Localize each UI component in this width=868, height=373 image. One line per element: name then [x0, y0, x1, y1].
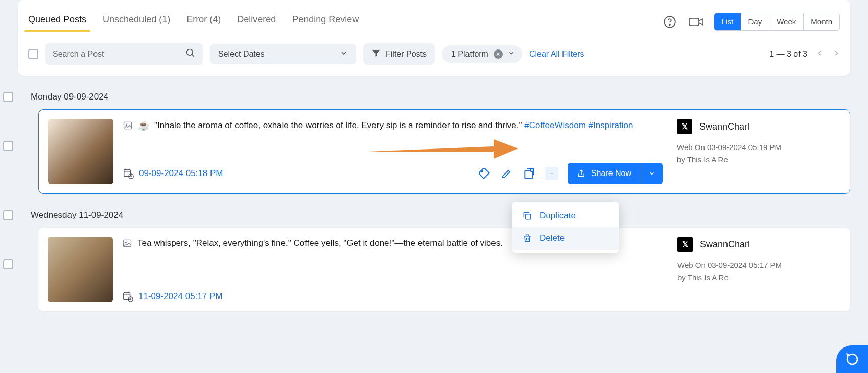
date-group-row: Wednesday 11-09-2024 — [0, 194, 850, 228]
view-list[interactable]: List — [714, 13, 741, 30]
account-name: SwannCharl — [700, 239, 750, 250]
post-card[interactable]: ☕ "Inhale the aroma of coffee, exhale th… — [38, 109, 850, 194]
share-now-button: Share Now — [568, 163, 663, 184]
post-body: ☕ "Inhale the aroma of coffee, exhale th… — [123, 119, 663, 184]
tag-icon[interactable] — [478, 167, 491, 180]
post-thumbnail — [48, 237, 113, 302]
group-checkbox[interactable] — [3, 92, 13, 102]
post-card[interactable]: Tea whispers, "Relax, everything's fine.… — [38, 228, 850, 311]
share-now-label: Share Now — [591, 169, 631, 178]
platform-filter-chip[interactable]: 1 Platform ✕ — [442, 45, 522, 63]
close-icon[interactable]: ✕ — [494, 49, 503, 59]
account-name: SwannCharl — [699, 121, 749, 132]
date-select[interactable]: Select Dates — [210, 44, 356, 64]
share-icon — [577, 169, 586, 178]
pager-prev[interactable] — [816, 49, 824, 59]
search-input[interactable] — [53, 49, 185, 59]
svg-point-3 — [187, 49, 193, 56]
svg-point-1 — [669, 24, 670, 25]
view-week[interactable]: Week — [769, 13, 804, 30]
more-options-button[interactable] — [545, 167, 558, 180]
tabs: Queued Posts Unscheduled (1) Error (4) D… — [28, 0, 359, 32]
share-now-dropdown[interactable] — [641, 163, 663, 184]
date-group-header: Monday 09-09-2024 — [20, 92, 850, 102]
post-thumbnail — [48, 119, 113, 184]
calendar-clock-icon — [123, 168, 134, 179]
share-now-main[interactable]: Share Now — [568, 163, 641, 184]
post-meta-info: Web On 03-09-2024 05:19 PM by This Is A … — [677, 141, 840, 166]
post-schedule[interactable]: 09-09-2024 05:18 PM — [123, 168, 223, 179]
dropdown-delete[interactable]: Delete — [512, 227, 619, 250]
chevron-down-icon — [648, 170, 655, 177]
video-icon[interactable] — [687, 13, 706, 31]
svg-rect-4 — [124, 122, 132, 129]
svg-point-5 — [126, 124, 127, 126]
tabs-row: Queued Posts Unscheduled (1) Error (4) D… — [28, 0, 840, 33]
search-box — [45, 43, 203, 65]
pager: 1 — 3 of 3 — [769, 49, 840, 59]
edit-icon[interactable] — [500, 167, 513, 180]
post-bottom-row: 11-09-2024 05:17 PM — [122, 282, 663, 302]
chevron-down-icon — [508, 49, 515, 59]
post-text: Tea whispers, "Relax, everything's fine.… — [137, 237, 503, 250]
svg-rect-15 — [124, 240, 131, 246]
post-hashtags: #CoffeeWisdom #Inspiration — [524, 120, 633, 130]
view-month[interactable]: Month — [804, 13, 839, 30]
post-text: "Inhale the aroma of coffee, exhale the … — [154, 119, 633, 132]
post-account: 𝕏 SwannCharl — [677, 119, 840, 134]
funnel-icon — [371, 48, 381, 60]
pager-next[interactable] — [833, 49, 840, 59]
dropdown-duplicate[interactable]: Duplicate — [512, 205, 619, 227]
tab-error[interactable]: Error (4) — [186, 14, 221, 32]
tab-unscheduled[interactable]: Unscheduled (1) — [103, 14, 170, 32]
post-meta-panel: 𝕏 SwannCharl Web On 03-09-2024 05:17 PM … — [672, 237, 841, 302]
group-checkbox[interactable] — [3, 210, 13, 220]
view-switch: List Day Week Month — [714, 13, 840, 31]
svg-rect-2 — [689, 18, 699, 26]
tab-pending-review[interactable]: Pending Review — [292, 14, 359, 32]
post-meta-panel: 𝕏 SwannCharl Web On 03-09-2024 05:19 PM … — [672, 119, 840, 184]
clear-filters-link[interactable]: Clear All Filters — [529, 49, 584, 59]
date-group-label: Wednesday 11-09-2024 — [31, 210, 123, 220]
x-platform-icon: 𝕏 — [677, 237, 693, 252]
x-platform-icon: 𝕏 — [677, 119, 692, 134]
image-icon — [122, 238, 132, 253]
calendar-clock-icon — [122, 291, 133, 302]
tab-queued-posts[interactable]: Queued Posts — [28, 14, 86, 32]
duplicate-icon — [522, 211, 532, 221]
filter-posts-button[interactable]: Filter Posts — [363, 43, 435, 65]
select-all-checkbox[interactable] — [28, 49, 38, 59]
tab-delivered[interactable]: Delivered — [237, 14, 276, 32]
more-options-dropdown: Duplicate Delete — [512, 202, 619, 253]
post-row: Tea whispers, "Relax, everything's fine.… — [0, 228, 850, 311]
svg-point-11 — [550, 173, 551, 173]
svg-point-8 — [481, 170, 483, 172]
svg-point-12 — [551, 173, 552, 173]
help-icon[interactable] — [661, 13, 679, 31]
trash-icon — [522, 233, 532, 243]
post-checkbox[interactable] — [3, 259, 13, 269]
pager-text: 1 — 3 of 3 — [769, 49, 807, 59]
add-to-queue-icon[interactable] — [523, 167, 536, 180]
svg-point-13 — [552, 173, 553, 173]
search-icon — [185, 48, 196, 60]
svg-rect-17 — [124, 293, 130, 300]
svg-point-16 — [125, 242, 127, 243]
post-content-row: ☕ "Inhale the aroma of coffee, exhale th… — [123, 119, 663, 135]
view-day[interactable]: Day — [741, 13, 770, 30]
post-schedule[interactable]: 11-09-2024 05:17 PM — [122, 291, 222, 302]
post-created-on: Web On 03-09-2024 05:19 PM — [677, 141, 840, 154]
coffee-emoji-icon: ☕ — [138, 119, 149, 133]
date-group-row: Monday 09-09-2024 — [0, 76, 850, 109]
post-row: ☕ "Inhale the aroma of coffee, exhale th… — [0, 109, 850, 194]
post-checkbox[interactable] — [3, 141, 13, 151]
svg-rect-6 — [124, 170, 131, 177]
header-panel: Queued Posts Unscheduled (1) Error (4) D… — [18, 0, 850, 76]
date-select-label: Select Dates — [218, 49, 265, 59]
platform-chip-label: 1 Platform — [451, 49, 488, 59]
chevron-down-icon — [340, 49, 348, 59]
filter-row: Select Dates Filter Posts 1 Platform ✕ C… — [28, 33, 840, 65]
post-datetime: 11-09-2024 05:17 PM — [138, 291, 222, 302]
header-right: List Day Week Month — [661, 2, 840, 31]
date-group-header: Wednesday 11-09-2024 — [20, 210, 850, 220]
